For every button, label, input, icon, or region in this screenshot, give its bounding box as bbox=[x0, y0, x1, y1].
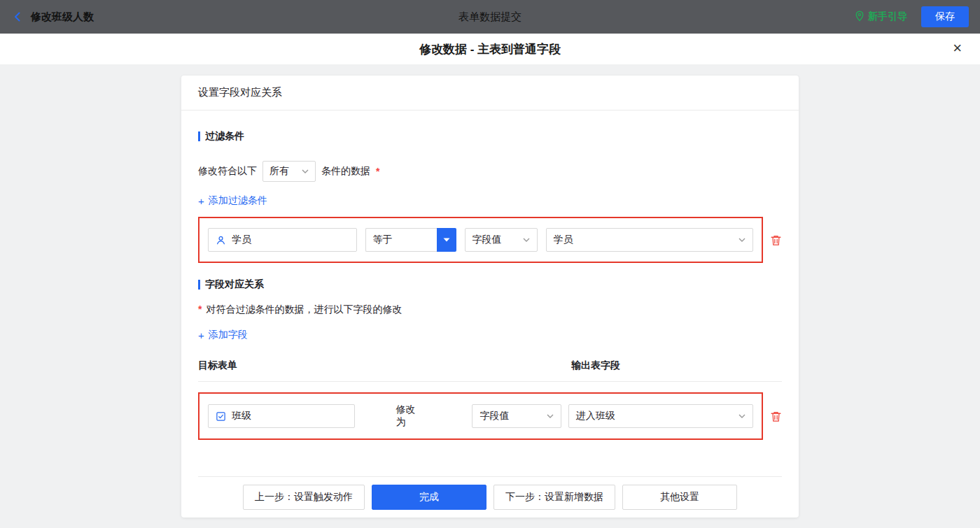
top-bar: 修改班级人数 表单数据提交 新手引导 保存 bbox=[0, 0, 980, 34]
section-marker bbox=[198, 280, 200, 290]
mapping-value: 进入班级 bbox=[576, 410, 615, 422]
filter-value-type-select[interactable]: 字段值 bbox=[465, 228, 538, 252]
plus-icon: + bbox=[198, 329, 204, 341]
filter-prefix-text: 修改符合以下 bbox=[198, 165, 257, 178]
modify-to-label: 修改为 bbox=[396, 404, 424, 429]
checkbox-icon bbox=[216, 411, 226, 422]
operator-value: 等于 bbox=[365, 228, 437, 252]
modal-title: 修改数据 - 主表到普通字段 bbox=[419, 41, 561, 57]
match-mode-value: 所有 bbox=[270, 165, 289, 178]
close-icon[interactable]: × bbox=[953, 41, 962, 56]
operator-select[interactable]: 等于 bbox=[365, 228, 456, 252]
section-marker bbox=[198, 131, 200, 141]
save-button[interactable]: 保存 bbox=[921, 6, 969, 27]
next-step-button[interactable]: 下一步：设置新增数据 bbox=[493, 485, 615, 510]
chevron-down-icon bbox=[738, 238, 746, 242]
add-field-link[interactable]: + 添加字段 bbox=[198, 329, 248, 341]
filter-value-type: 字段值 bbox=[472, 234, 502, 246]
filter-field-input[interactable]: 学员 bbox=[208, 228, 357, 252]
target-field-value: 班级 bbox=[232, 410, 251, 422]
modal-content: 设置字段对应关系 过滤条件 修改符合以下 所有 条件的数据 * + bbox=[0, 64, 980, 528]
chevron-down-icon bbox=[302, 169, 309, 173]
filter-suffix-text: 条件的数据 bbox=[321, 165, 370, 178]
prev-step-button[interactable]: 上一步：设置触发动作 bbox=[243, 485, 365, 510]
back-arrow-icon bbox=[11, 10, 24, 23]
mapping-description: 对符合过滤条件的数据，进行以下字段的修改 bbox=[206, 304, 402, 316]
mapping-value-select[interactable]: 进入班级 bbox=[568, 404, 753, 428]
filter-section-label: 过滤条件 bbox=[205, 130, 244, 143]
topbar-actions: 新手引导 保存 bbox=[855, 6, 969, 27]
filter-value-select[interactable]: 学员 bbox=[546, 228, 753, 252]
plus-icon: + bbox=[198, 195, 204, 207]
mapping-value-type: 字段值 bbox=[479, 410, 509, 422]
card-footer: 上一步：设置触发动作 完成 下一步：设置新增数据 其他设置 bbox=[198, 476, 782, 518]
add-filter-link[interactable]: + 添加过滤条件 bbox=[198, 194, 267, 207]
chevron-down-icon bbox=[738, 414, 746, 418]
settings-card: 设置字段对应关系 过滤条件 修改符合以下 所有 条件的数据 * + bbox=[181, 76, 799, 518]
mapping-section-label: 字段对应关系 bbox=[205, 278, 264, 291]
modal-header: 修改数据 - 主表到普通字段 × bbox=[0, 34, 980, 64]
target-field-input[interactable]: 班级 bbox=[208, 404, 355, 428]
mapping-row: 班级 修改为 字段值 进入班级 bbox=[198, 392, 782, 440]
filter-field-value: 学员 bbox=[232, 234, 251, 246]
column-output-field: 输出表字段 bbox=[571, 359, 620, 372]
guide-label: 新手引导 bbox=[868, 10, 907, 23]
mapping-row-highlight: 班级 修改为 字段值 进入班级 bbox=[198, 392, 763, 440]
chevron-down-icon bbox=[523, 238, 530, 242]
filter-row: 学员 等于 字段值 学员 bbox=[198, 217, 782, 263]
back-label: 修改班级人数 bbox=[31, 10, 94, 24]
filter-section-title: 过滤条件 bbox=[198, 130, 782, 143]
back-button[interactable]: 修改班级人数 bbox=[11, 10, 94, 24]
delete-mapping-button[interactable] bbox=[770, 411, 782, 422]
done-button[interactable]: 完成 bbox=[372, 485, 486, 510]
column-target-form: 目标表单 bbox=[198, 359, 571, 372]
required-mark: * bbox=[376, 166, 379, 177]
card-header: 设置字段对应关系 bbox=[181, 76, 799, 110]
filter-row-highlight: 学员 等于 字段值 学员 bbox=[198, 217, 763, 263]
match-mode-select[interactable]: 所有 bbox=[262, 161, 316, 182]
required-mark: * bbox=[198, 304, 202, 315]
delete-filter-button[interactable] bbox=[770, 234, 782, 246]
operator-dropdown-toggle[interactable] bbox=[437, 228, 456, 252]
mapping-columns-header: 目标表单 输出表字段 bbox=[198, 359, 782, 382]
filter-value: 学员 bbox=[554, 234, 573, 246]
mapping-description-line: * 对符合过滤条件的数据，进行以下字段的修改 bbox=[198, 304, 782, 316]
other-settings-button[interactable]: 其他设置 bbox=[622, 485, 737, 510]
page-title: 表单数据提交 bbox=[0, 10, 980, 24]
card-body: 过滤条件 修改符合以下 所有 条件的数据 * + 添加过滤条件 bbox=[181, 110, 799, 518]
chevron-down-icon bbox=[547, 414, 554, 418]
mapping-value-type-select[interactable]: 字段值 bbox=[472, 404, 561, 428]
add-field-label: 添加字段 bbox=[209, 329, 248, 341]
mapping-section-title: 字段对应关系 bbox=[198, 278, 782, 291]
add-filter-label: 添加过滤条件 bbox=[209, 194, 267, 207]
guide-pin-icon bbox=[855, 10, 864, 24]
filter-condition-line: 修改符合以下 所有 条件的数据 * bbox=[198, 161, 782, 182]
person-icon bbox=[216, 235, 226, 245]
guide-button[interactable]: 新手引导 bbox=[855, 10, 907, 24]
